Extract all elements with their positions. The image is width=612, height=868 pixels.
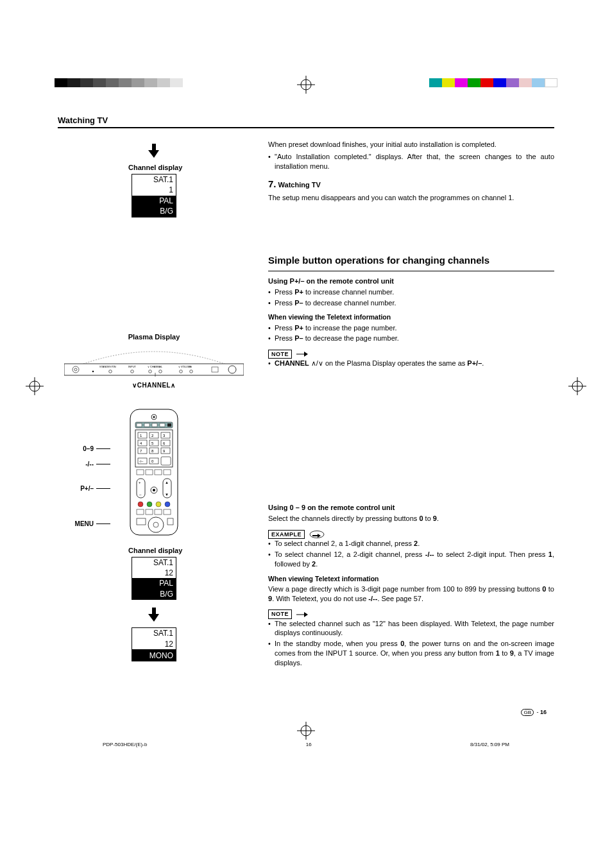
svg-point-78 (138, 502, 143, 507)
section-title: Watching TV (58, 115, 554, 125)
p-decrease-page: Press P– to decrease the page number. (268, 334, 554, 343)
pointing-hand-icon (309, 530, 325, 538)
registration-mark-right (568, 377, 586, 395)
osd1-r3: PAL (132, 196, 176, 206)
note-1-body: CHANNEL ∧/∨ on the Plasma Display operat… (268, 359, 554, 368)
svg-point-73 (153, 489, 155, 491)
svg-rect-89 (167, 518, 173, 525)
remote-control-diagram: 123 456 789 -/--0 +– ▲▼ (119, 408, 189, 536)
heading-teletext-1: When viewing the Teletext information (268, 312, 554, 321)
note-label-1: NOTE (268, 350, 292, 359)
intro-bullet-1: "Auto Installation completed." displays.… (268, 152, 554, 171)
callout-dashes: -/-- (64, 461, 110, 468)
up-caret-icon: ∧ (311, 359, 316, 367)
title-rule (58, 127, 554, 128)
svg-point-88 (153, 522, 158, 527)
svg-rect-83 (146, 509, 153, 515)
note-2-bullet-1: The selected channel such as "12" has be… (268, 619, 554, 638)
p-increase-channel: Press P+ to increase channel number. (268, 287, 554, 297)
print-metadata-line: PDP-503HDE/(E)-b 16 8/31/02, 5:09 PM (58, 742, 554, 747)
svg-text:CHANNEL: CHANNEL (150, 365, 163, 368)
svg-point-81 (165, 502, 170, 507)
osd1-r4: B/G (132, 206, 176, 216)
svg-rect-66 (137, 470, 144, 475)
svg-point-16 (92, 370, 94, 371)
heading-simple-button-ops: Simple button operations for changing ch… (268, 254, 554, 267)
heading-using-09: Using 0 – 9 on the remote control unit (268, 503, 554, 513)
svg-point-79 (147, 502, 152, 507)
svg-rect-39 (152, 423, 157, 427)
osd2-r4: B/G (132, 589, 176, 599)
example-bullet-2: To select channel 12, a 2-digit channel,… (268, 550, 554, 569)
channel-display-label-1: Channel display (58, 164, 250, 171)
select-channels-body: Select the channels directly by pressing… (268, 514, 554, 523)
callout-digits: 0–9 (64, 445, 110, 452)
svg-rect-67 (146, 470, 153, 475)
svg-rect-40 (160, 423, 165, 427)
osd3-r2: 12 (132, 639, 176, 649)
channel-display-label-2: Channel display (58, 547, 250, 554)
svg-rect-86 (137, 518, 146, 525)
note-label-2: NOTE (268, 609, 292, 618)
color-bar-grayscale (55, 78, 183, 87)
down-caret-icon: ∨ (318, 359, 323, 367)
osd2-r1: SAT.1 (132, 557, 176, 568)
osd1-r1: SAT.1 (132, 174, 176, 185)
step-7-number: 7. (268, 178, 276, 189)
p-decrease-channel: Press P– to decrease channel number. (268, 298, 554, 308)
step-7-body: The setup menu disappears and you can wa… (268, 193, 554, 203)
svg-point-35 (153, 416, 155, 418)
svg-text:+: + (139, 481, 141, 484)
down-arrow-icon-2 (58, 606, 250, 626)
registration-mark-top (297, 76, 315, 94)
svg-text:▼: ▼ (165, 493, 169, 497)
svg-text:▲: ▲ (165, 481, 169, 484)
channel-carets-label: ∨CHANNEL∧ (58, 382, 250, 389)
svg-rect-69 (164, 470, 171, 475)
plasma-display-title: Plasma Display (58, 333, 250, 341)
heading-teletext-2: When viewing Teletext information (268, 574, 554, 583)
svg-rect-85 (164, 509, 171, 515)
color-bar-color (429, 78, 557, 87)
print-signature: 16 (306, 742, 312, 747)
svg-marker-94 (304, 612, 308, 617)
registration-mark-left (26, 377, 44, 395)
intro-paragraph: When preset download finishes, your init… (268, 140, 554, 149)
svg-text:∨: ∨ (178, 365, 180, 368)
note-arrow-icon (296, 349, 308, 359)
svg-rect-54 (161, 457, 171, 465)
osd3-r4: MONO (132, 651, 176, 661)
svg-point-92 (310, 531, 324, 538)
osd-box-1: SAT.1 1 PAL B/G (132, 174, 176, 217)
teletext-2-body: View a page directly which is 3-digit pa… (268, 584, 554, 604)
print-timestamp: 8/31/02, 5:09 PM (470, 742, 509, 747)
svg-text:INPUT: INPUT (128, 365, 137, 368)
osd-box-3: SAT.1 12 MONO (132, 627, 176, 661)
osd2-r3: PAL (132, 578, 176, 588)
example-label: EXAMPLE (268, 530, 305, 539)
example-bullet-1: To select channel 2, a 1-digit channel, … (268, 539, 554, 549)
svg-rect-41 (167, 423, 171, 427)
svg-rect-68 (155, 470, 162, 475)
svg-marker-91 (304, 352, 308, 357)
callout-p-plus-minus: P+/– (58, 485, 110, 492)
callout-menu: MENU (58, 520, 110, 527)
svg-text:∨: ∨ (148, 365, 149, 368)
osd-box-2: SAT.1 12 PAL B/G (132, 557, 176, 600)
print-file: PDP-503HDE/(E)-b (103, 742, 147, 747)
svg-text:-/--: -/-- (139, 459, 144, 463)
region-badge: GB (521, 709, 534, 716)
heading-using-p: Using P+/– on the remote control unit (268, 277, 554, 286)
note-2-bullet-2: In the standby mode, when you press 0, t… (268, 639, 554, 668)
svg-point-80 (156, 502, 161, 507)
svg-rect-38 (144, 423, 149, 427)
svg-text:STANDBY/ON: STANDBY/ON (99, 365, 116, 368)
note-arrow-icon-2 (296, 609, 308, 618)
plasma-display-diagram: STANDBY/ON INPUT ∨∧ CHANNEL ∨∧ VOLUME (64, 345, 244, 377)
down-arrow-icon (58, 142, 250, 162)
svg-rect-82 (137, 509, 144, 515)
svg-rect-37 (137, 423, 142, 427)
p-increase-page: Press P+ to increase the page number. (268, 323, 554, 333)
osd2-r2: 12 (132, 568, 176, 578)
svg-text:VOLUME: VOLUME (181, 365, 192, 368)
